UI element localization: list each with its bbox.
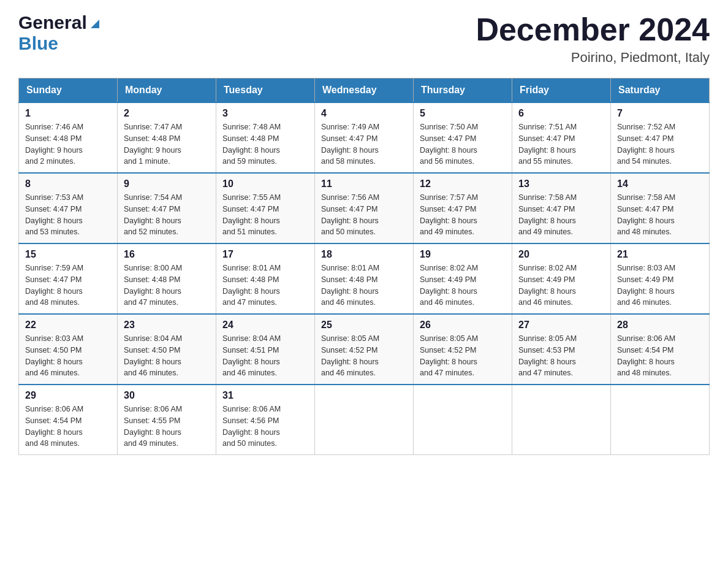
day-info: Sunrise: 7:54 AMSunset: 4:47 PMDaylight:… [124, 192, 210, 238]
cell-w4-d7: 28 Sunrise: 8:06 AMSunset: 4:54 PMDaylig… [611, 314, 710, 385]
day-info: Sunrise: 8:05 AMSunset: 4:53 PMDaylight:… [518, 333, 604, 379]
cell-w5-d6 [512, 385, 611, 455]
col-wednesday: Wednesday [315, 79, 414, 103]
day-number: 5 [420, 108, 506, 119]
day-number: 15 [25, 249, 111, 260]
day-number: 27 [518, 320, 604, 331]
day-info: Sunrise: 8:06 AMSunset: 4:54 PMDaylight:… [25, 404, 111, 450]
cell-w3-d4: 18 Sunrise: 8:01 AMSunset: 4:48 PMDaylig… [315, 243, 414, 314]
month-title: December 2024 [476, 12, 710, 47]
day-number: 17 [222, 249, 308, 260]
cell-w2-d4: 11 Sunrise: 7:56 AMSunset: 4:47 PMDaylig… [315, 173, 414, 243]
day-number: 24 [222, 320, 308, 331]
day-number: 29 [25, 390, 111, 401]
day-info: Sunrise: 7:48 AMSunset: 4:48 PMDaylight:… [222, 121, 308, 167]
col-thursday: Thursday [414, 79, 512, 103]
day-number: 20 [518, 249, 604, 260]
cell-w5-d5 [414, 385, 512, 455]
day-info: Sunrise: 7:58 AMSunset: 4:47 PMDaylight:… [617, 192, 703, 238]
day-info: Sunrise: 7:58 AMSunset: 4:47 PMDaylight:… [518, 192, 604, 238]
day-number: 2 [124, 108, 210, 119]
day-number: 30 [124, 390, 210, 401]
col-monday: Monday [118, 79, 216, 103]
day-number: 25 [321, 320, 407, 331]
cell-w2-d7: 14 Sunrise: 7:58 AMSunset: 4:47 PMDaylig… [611, 173, 710, 243]
cell-w2-d6: 13 Sunrise: 7:58 AMSunset: 4:47 PMDaylig… [512, 173, 611, 243]
calendar-table: Sunday Monday Tuesday Wednesday Thursday… [18, 78, 710, 455]
week-row-2: 8 Sunrise: 7:53 AMSunset: 4:47 PMDayligh… [19, 173, 710, 243]
day-info: Sunrise: 8:01 AMSunset: 4:48 PMDaylight:… [222, 262, 308, 308]
col-tuesday: Tuesday [216, 79, 315, 103]
day-info: Sunrise: 7:49 AMSunset: 4:47 PMDaylight:… [321, 121, 407, 167]
logo: General Blue [18, 12, 102, 54]
cell-w1-d6: 6 Sunrise: 7:51 AMSunset: 4:47 PMDayligh… [512, 102, 611, 173]
cell-w5-d1: 29 Sunrise: 8:06 AMSunset: 4:54 PMDaylig… [19, 385, 118, 455]
day-info: Sunrise: 8:02 AMSunset: 4:49 PMDaylight:… [518, 262, 604, 308]
day-number: 16 [124, 249, 210, 260]
day-info: Sunrise: 8:04 AMSunset: 4:50 PMDaylight:… [124, 333, 210, 379]
cell-w4-d4: 25 Sunrise: 8:05 AMSunset: 4:52 PMDaylig… [315, 314, 414, 385]
cell-w1-d5: 5 Sunrise: 7:50 AMSunset: 4:47 PMDayligh… [414, 102, 512, 173]
day-number: 3 [222, 108, 308, 119]
day-number: 4 [321, 108, 407, 119]
day-number: 22 [25, 320, 111, 331]
day-info: Sunrise: 7:46 AMSunset: 4:48 PMDaylight:… [25, 121, 111, 167]
day-info: Sunrise: 7:47 AMSunset: 4:48 PMDaylight:… [124, 121, 210, 167]
title-area: December 2024 Poirino, Piedmont, Italy [476, 12, 710, 66]
day-number: 1 [25, 108, 111, 119]
cell-w1-d3: 3 Sunrise: 7:48 AMSunset: 4:48 PMDayligh… [216, 102, 315, 173]
cell-w4-d5: 26 Sunrise: 8:05 AMSunset: 4:52 PMDaylig… [414, 314, 512, 385]
day-number: 18 [321, 249, 407, 260]
cell-w5-d7 [611, 385, 710, 455]
cell-w3-d6: 20 Sunrise: 8:02 AMSunset: 4:49 PMDaylig… [512, 243, 611, 314]
day-number: 31 [222, 390, 308, 401]
day-info: Sunrise: 8:05 AMSunset: 4:52 PMDaylight:… [420, 333, 506, 379]
day-number: 11 [321, 178, 407, 190]
cell-w2-d2: 9 Sunrise: 7:54 AMSunset: 4:47 PMDayligh… [118, 173, 216, 243]
cell-w5-d2: 30 Sunrise: 8:06 AMSunset: 4:55 PMDaylig… [118, 385, 216, 455]
day-info: Sunrise: 7:51 AMSunset: 4:47 PMDaylight:… [518, 121, 604, 167]
col-friday: Friday [512, 79, 611, 103]
day-info: Sunrise: 8:05 AMSunset: 4:52 PMDaylight:… [321, 333, 407, 379]
location-text: Poirino, Piedmont, Italy [476, 50, 710, 66]
col-sunday: Sunday [19, 79, 118, 103]
day-info: Sunrise: 8:02 AMSunset: 4:49 PMDaylight:… [420, 262, 506, 308]
day-number: 26 [420, 320, 506, 331]
day-info: Sunrise: 8:03 AMSunset: 4:50 PMDaylight:… [25, 333, 111, 379]
col-saturday: Saturday [611, 79, 710, 103]
cell-w5-d4 [315, 385, 414, 455]
week-row-5: 29 Sunrise: 8:06 AMSunset: 4:54 PMDaylig… [19, 385, 710, 455]
day-info: Sunrise: 7:59 AMSunset: 4:47 PMDaylight:… [25, 262, 111, 308]
day-info: Sunrise: 8:06 AMSunset: 4:55 PMDaylight:… [124, 404, 210, 450]
cell-w2-d3: 10 Sunrise: 7:55 AMSunset: 4:47 PMDaylig… [216, 173, 315, 243]
logo-general-text: General [18, 12, 87, 33]
day-number: 10 [222, 178, 308, 190]
day-number: 8 [25, 178, 111, 190]
day-number: 7 [617, 108, 703, 119]
cell-w1-d7: 7 Sunrise: 7:52 AMSunset: 4:47 PMDayligh… [611, 102, 710, 173]
cell-w4-d6: 27 Sunrise: 8:05 AMSunset: 4:53 PMDaylig… [512, 314, 611, 385]
day-number: 6 [518, 108, 604, 119]
day-number: 9 [124, 178, 210, 190]
day-info: Sunrise: 7:55 AMSunset: 4:47 PMDaylight:… [222, 192, 308, 238]
day-info: Sunrise: 8:01 AMSunset: 4:48 PMDaylight:… [321, 262, 407, 308]
day-number: 23 [124, 320, 210, 331]
svg-marker-0 [91, 20, 99, 28]
cell-w3-d2: 16 Sunrise: 8:00 AMSunset: 4:48 PMDaylig… [118, 243, 216, 314]
cell-w4-d2: 23 Sunrise: 8:04 AMSunset: 4:50 PMDaylig… [118, 314, 216, 385]
day-info: Sunrise: 7:53 AMSunset: 4:47 PMDaylight:… [25, 192, 111, 238]
cell-w1-d1: 1 Sunrise: 7:46 AMSunset: 4:48 PMDayligh… [19, 102, 118, 173]
week-row-4: 22 Sunrise: 8:03 AMSunset: 4:50 PMDaylig… [19, 314, 710, 385]
cell-w4-d3: 24 Sunrise: 8:04 AMSunset: 4:51 PMDaylig… [216, 314, 315, 385]
cell-w1-d4: 4 Sunrise: 7:49 AMSunset: 4:47 PMDayligh… [315, 102, 414, 173]
week-row-3: 15 Sunrise: 7:59 AMSunset: 4:47 PMDaylig… [19, 243, 710, 314]
cell-w2-d5: 12 Sunrise: 7:57 AMSunset: 4:47 PMDaylig… [414, 173, 512, 243]
page-header: General Blue December 2024 Poirino, Pied… [18, 12, 710, 66]
day-number: 19 [420, 249, 506, 260]
logo-triangle-icon [88, 17, 102, 31]
day-info: Sunrise: 8:03 AMSunset: 4:49 PMDaylight:… [617, 262, 703, 308]
cell-w3-d5: 19 Sunrise: 8:02 AMSunset: 4:49 PMDaylig… [414, 243, 512, 314]
day-info: Sunrise: 8:06 AMSunset: 4:54 PMDaylight:… [617, 333, 703, 379]
day-info: Sunrise: 8:00 AMSunset: 4:48 PMDaylight:… [124, 262, 210, 308]
day-number: 13 [518, 178, 604, 190]
